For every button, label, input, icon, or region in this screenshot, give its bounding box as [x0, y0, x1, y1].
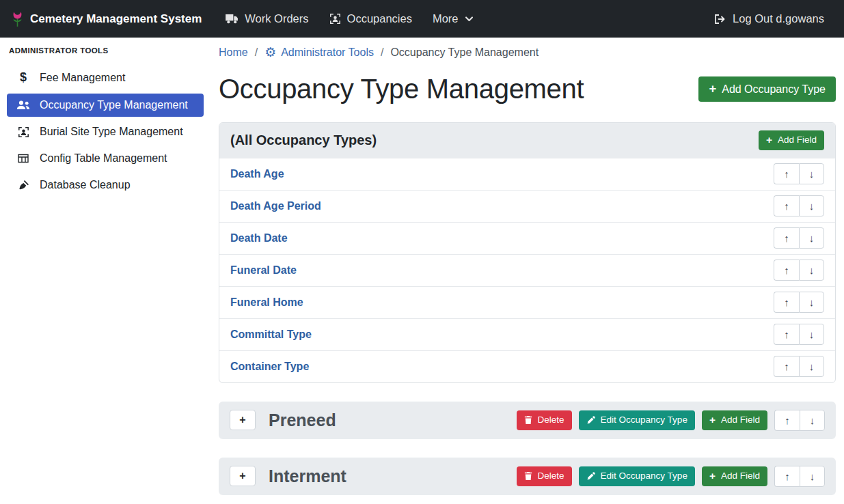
section-actions: Delete Edit Occupancy Type + Add Field ↑: [517, 410, 825, 431]
sidebar-item-label: Fee Management: [40, 72, 125, 84]
section-title: Preneed: [269, 410, 336, 430]
add-field-button[interactable]: + Add Field: [702, 466, 767, 486]
section-actions: Delete Edit Occupancy Type + Add Field ↑: [517, 466, 825, 487]
move-up-button[interactable]: ↑: [774, 163, 799, 184]
plus-icon: +: [766, 135, 772, 145]
delete-button[interactable]: Delete: [517, 410, 572, 430]
move-up-button[interactable]: ↑: [774, 227, 799, 249]
arrow-down-icon: ↓: [809, 264, 815, 276]
nav-more[interactable]: More: [424, 7, 482, 31]
field-row: Death Age ↑ ↓: [219, 158, 835, 190]
field-link[interactable]: Funeral Home: [230, 296, 303, 309]
move-up-button[interactable]: ↑: [774, 356, 799, 377]
sign-out-icon: [714, 14, 726, 25]
edit-occupancy-type-button[interactable]: Edit Occupancy Type: [579, 410, 695, 430]
edit-occupancy-type-label: Edit Occupancy Type: [601, 415, 688, 425]
sidebar-item-burial-site-type-management[interactable]: Burial Site Type Management: [7, 120, 204, 143]
add-field-label: Add Field: [778, 135, 817, 145]
arrow-down-icon: ↓: [809, 168, 815, 180]
logout-link[interactable]: Log Out d.gowans: [705, 7, 833, 31]
sidebar-item-database-cleanup[interactable]: Database Cleanup: [7, 173, 204, 197]
arrow-up-icon: ↑: [784, 264, 789, 276]
arrow-up-icon: ↑: [784, 232, 789, 244]
move-down-button[interactable]: ↓: [799, 356, 824, 377]
arrow-down-icon: ↓: [809, 328, 815, 340]
arrow-down-icon: ↓: [809, 200, 815, 212]
move-down-button[interactable]: ↓: [799, 292, 824, 313]
arrow-down-icon: ↓: [809, 296, 815, 308]
edit-occupancy-type-button[interactable]: Edit Occupancy Type: [579, 466, 695, 486]
add-field-button[interactable]: + Add Field: [702, 410, 767, 430]
move-down-button[interactable]: ↓: [799, 163, 824, 184]
field-link[interactable]: Death Date: [230, 232, 288, 244]
field-row: Death Age Period ↑ ↓: [219, 190, 835, 222]
move-up-button[interactable]: ↑: [774, 260, 799, 281]
breadcrumb-home-link[interactable]: Home: [219, 46, 248, 59]
reorder-group: ↑ ↓: [774, 410, 825, 431]
reorder-group: ↑ ↓: [774, 292, 824, 313]
brand[interactable]: Cemetery Management System: [11, 10, 202, 27]
delete-button[interactable]: Delete: [517, 466, 572, 486]
field-link[interactable]: Committal Type: [230, 328, 312, 341]
move-up-button[interactable]: ↑: [774, 195, 799, 216]
person-bounding-box-icon: [16, 126, 31, 138]
move-down-button[interactable]: ↓: [799, 227, 824, 249]
move-down-button[interactable]: ↓: [799, 324, 824, 345]
page-title: Occupancy Type Management: [219, 74, 584, 104]
reorder-group: ↑ ↓: [774, 195, 824, 216]
breadcrumb-admin-tools-link[interactable]: ⚙ Administrator Tools: [264, 46, 374, 59]
add-occupancy-type-button[interactable]: + Add Occupancy Type: [698, 76, 836, 102]
reorder-group: ↑ ↓: [774, 356, 824, 377]
move-up-button[interactable]: ↑: [774, 466, 800, 487]
table-icon: [16, 153, 31, 164]
move-down-button[interactable]: ↓: [800, 410, 825, 431]
delete-label: Delete: [538, 415, 564, 425]
breadcrumb-separator: /: [255, 46, 258, 59]
move-up-button[interactable]: ↑: [774, 292, 799, 313]
move-down-button[interactable]: ↓: [799, 195, 824, 216]
sidebar-item-fee-management[interactable]: $ Fee Management: [7, 65, 204, 90]
arrow-down-icon: ↓: [809, 232, 815, 244]
occupancy-type-section-interment: + Interment Delete: [219, 458, 836, 495]
reorder-group: ↑ ↓: [774, 466, 825, 487]
all-occupancy-types-header: (All Occupancy Types) + Add Field: [219, 123, 835, 158]
expand-button[interactable]: +: [230, 466, 256, 486]
arrow-up-icon: ↑: [784, 296, 789, 308]
field-link[interactable]: Container Type: [230, 361, 309, 373]
sidebar-item-label: Occupancy Type Management: [40, 99, 188, 111]
arrow-down-icon: ↓: [810, 471, 815, 482]
add-field-label: Add Field: [721, 415, 760, 425]
field-row: Funeral Date ↑ ↓: [219, 254, 835, 286]
move-up-button[interactable]: ↑: [774, 410, 800, 431]
edit-occupancy-type-label: Edit Occupancy Type: [601, 471, 688, 481]
nav-work-orders[interactable]: Work Orders: [217, 7, 317, 31]
all-occupancy-types-card: (All Occupancy Types) + Add Field Death …: [219, 122, 836, 383]
move-up-button[interactable]: ↑: [774, 324, 799, 345]
arrow-up-icon: ↑: [784, 200, 789, 212]
add-field-label: Add Field: [721, 471, 760, 481]
nav-occupancies[interactable]: Occupancies: [321, 7, 421, 31]
top-navbar: Cemetery Management System Work Orders: [0, 0, 844, 38]
trash-icon: [524, 415, 532, 425]
pencil-icon: [586, 416, 595, 425]
field-link[interactable]: Death Age: [230, 168, 284, 180]
all-occupancy-types-title: (All Occupancy Types): [230, 132, 377, 148]
arrow-up-icon: ↑: [784, 168, 789, 180]
field-link[interactable]: Funeral Date: [230, 264, 297, 277]
field-link[interactable]: Death Age Period: [230, 200, 321, 212]
sidebar-item-config-table-management[interactable]: Config Table Management: [7, 147, 204, 170]
plus-icon: +: [709, 415, 716, 425]
sidebar-item-label: Burial Site Type Management: [40, 126, 183, 138]
title-row: Occupancy Type Management + Add Occupanc…: [219, 74, 836, 104]
breadcrumb-current: Occupancy Type Management: [390, 46, 539, 59]
main-content: Home / ⚙ Administrator Tools / Occupancy…: [210, 38, 844, 504]
add-field-button[interactable]: + Add Field: [759, 130, 824, 150]
trash-icon: [524, 471, 532, 481]
expand-button[interactable]: +: [230, 410, 256, 430]
arrow-up-icon: ↑: [785, 471, 790, 482]
sidebar-item-occupancy-type-management[interactable]: Occupancy Type Management: [7, 94, 204, 117]
move-down-button[interactable]: ↓: [799, 260, 824, 281]
arrow-up-icon: ↑: [785, 415, 790, 426]
field-row: Death Date ↑ ↓: [219, 222, 835, 254]
move-down-button[interactable]: ↓: [800, 466, 825, 487]
